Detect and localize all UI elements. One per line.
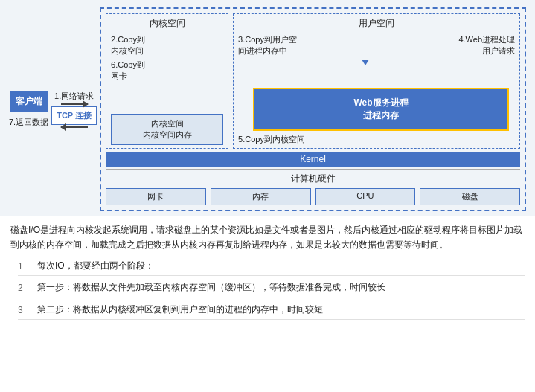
step-num-1: 2 [18, 280, 31, 295]
step2-label: 2.Copy到 内核空间 [111, 34, 223, 57]
description-section: 磁盘I/O是进程向内核发起系统调用，请求磁盘上的某个资源比如是文件或者是图片，然… [0, 216, 535, 327]
arrow-left-line [61, 126, 88, 128]
hw-item-2: CPU [315, 188, 416, 205]
step3-4-row: 3.Copy到用户空 间进程内存中 4.Web进程处理 用户请求 [238, 34, 515, 57]
steps-list: 1 每次IO，都要经由两个阶段： 2 第一步：将数据从文件先加载至内核内存空间（… [18, 257, 525, 320]
step-item-1: 2 第一步：将数据从文件先加载至内核内存空间（缓冲区），等待数据准备完成，时间较… [18, 279, 525, 298]
kernel-region: 内核空间 2.Copy到 内核空间 6.Copy到 网卡 内核空间 内核空间内存 [106, 13, 228, 149]
full-diagram: 客户端 7.返回数据 1.网络请求 TCP 连接 [9, 7, 526, 211]
arrow-down-icon [362, 60, 369, 65]
kernel-mem-line2: 内核空间内存 [118, 129, 217, 141]
kernel-mem-line1: 内核空间 [118, 118, 217, 129]
step-text-1: 第一步：将数据从文件先加载至内核内存空间（缓冲区），等待数据准备完成，时间较长 [37, 280, 385, 295]
web-service-line1: Web服务进程 [262, 97, 500, 109]
hw-item-3: 磁盘 [420, 188, 520, 205]
arrow-head-left [60, 123, 66, 131]
req7-label: 7.返回数据 [9, 117, 48, 128]
step-num-0: 1 [18, 259, 31, 274]
step-item-2: 3 第二步：将数据从内核缓冲区复制到用户空间的进程的内存中，时间较短 [18, 301, 525, 320]
step5-label: 5.Copy到内核空间 [238, 134, 515, 145]
step4-arrow [238, 60, 515, 65]
hw-item-1: 内存 [211, 188, 311, 205]
tcp-arrow-row [61, 103, 88, 105]
main-description: 磁盘I/O是进程向内核发起系统调用，请求磁盘上的某个资源比如是文件或者是图片，然… [10, 222, 525, 253]
tcp-connection-area: 1.网络请求 TCP 连接 [51, 7, 97, 211]
kernel-space-title: 内核空间 [111, 17, 223, 30]
spaces-container: 内核空间 2.Copy到 内核空间 6.Copy到 网卡 内核空间 内核空间内存… [101, 9, 525, 152]
user-space-title: 用户空间 [238, 17, 515, 30]
arrow-head-right [83, 100, 89, 108]
step-num-2: 3 [18, 303, 31, 318]
step4-label: 4.Web进程处理 用户请求 [458, 34, 515, 57]
web-service-line2: 进程内存 [262, 109, 500, 122]
hw-item-0: 网卡 [106, 188, 206, 205]
hardware-section: 计算机硬件 网卡 内存 CPU 磁盘 [106, 169, 520, 205]
tcp-box: TCP 连接 [51, 106, 97, 125]
hardware-items-row: 网卡 内存 CPU 磁盘 [106, 188, 520, 205]
hardware-title: 计算机硬件 [106, 173, 520, 185]
step-text-2: 第二步：将数据从内核缓冲区复制到用户空间的进程的内存中，时间较短 [37, 303, 323, 318]
step6-label: 6.Copy到 网卡 [111, 60, 223, 82]
arrow-right [61, 103, 88, 105]
kernel-bar: Kernel [106, 152, 520, 167]
client-column: 客户端 7.返回数据 [9, 7, 48, 211]
tcp-arrow-left [61, 126, 88, 128]
user-region: 用户空间 3.Copy到用户空 间进程内存中 4.Web进程处理 用户请求 We… [233, 13, 520, 149]
step3-label: 3.Copy到用户空 间进程内存中 [238, 34, 297, 57]
step-item-0: 1 每次IO，都要经由两个阶段： [18, 257, 525, 276]
client-box: 客户端 [10, 91, 48, 112]
kernel-mem-box: 内核空间 内核空间内存 [111, 114, 223, 145]
diagram-section: 客户端 7.返回数据 1.网络请求 TCP 连接 [0, 0, 535, 216]
main-dashed-area: 内核空间 2.Copy到 内核空间 6.Copy到 网卡 内核空间 内核空间内存… [100, 7, 526, 211]
step-text-0: 每次IO，都要经由两个阶段： [37, 259, 154, 274]
web-service-box: Web服务进程 进程内存 [253, 88, 509, 131]
